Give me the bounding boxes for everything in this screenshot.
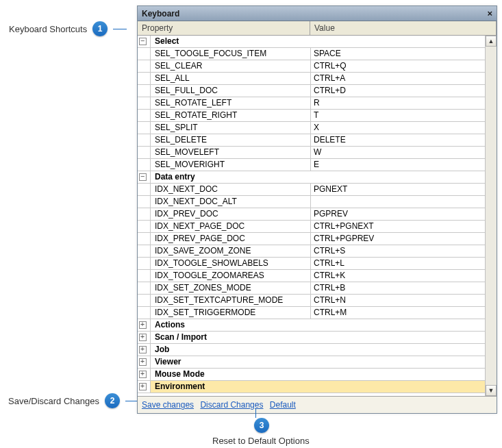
group-header[interactable]: +Mouse Mode xyxy=(138,369,485,381)
property-row[interactable]: IDX_SET_TRIGGERMODECTRL+M xyxy=(138,307,485,319)
property-name: SEL_MOVELEFT xyxy=(151,147,311,158)
vertical-scrollbar[interactable]: ▲ ▼ xyxy=(485,36,497,396)
group-header[interactable]: −Select xyxy=(138,36,485,48)
property-name: SEL_CLEAR xyxy=(151,60,311,72)
group-label: Job xyxy=(151,344,485,356)
property-value[interactable]: CTRL+K xyxy=(311,270,485,282)
property-value[interactable]: CTRL+PGNEXT xyxy=(311,221,485,232)
property-row[interactable]: SEL_ROTATE_RIGHTT xyxy=(138,110,485,122)
property-row[interactable]: IDX_NEXT_PAGE_DOCCTRL+PGNEXT xyxy=(138,221,485,233)
property-row[interactable]: IDX_PREV_PAGE_DOCCTRL+PGPREV xyxy=(138,233,485,245)
property-name: SEL_ROTATE_LEFT xyxy=(151,97,311,109)
expand-icon[interactable]: + xyxy=(138,356,151,368)
property-row[interactable]: SEL_SPLITX xyxy=(138,122,485,134)
group-header[interactable]: +Viewer xyxy=(138,356,485,369)
property-value[interactable]: SPACE xyxy=(311,48,485,60)
group-header[interactable]: +Actions xyxy=(138,319,485,332)
property-value[interactable]: X xyxy=(311,122,485,134)
scroll-down-icon[interactable]: ▼ xyxy=(486,385,497,396)
property-value[interactable]: CTRL+A xyxy=(311,73,485,84)
group-header[interactable]: +Job xyxy=(138,344,485,356)
property-name: IDX_SET_ZONES_MODE xyxy=(151,282,311,294)
property-name: SEL_MOVERIGHT xyxy=(151,159,311,171)
group-label: Mouse Mode xyxy=(151,369,485,380)
expand-icon[interactable]: + xyxy=(138,332,151,343)
group-label: Scan / Import xyxy=(151,332,485,343)
group-label: Data entry xyxy=(151,171,485,183)
property-row[interactable]: IDX_SET_ZONES_MODECTRL+B xyxy=(138,282,485,295)
close-icon[interactable]: × xyxy=(487,8,492,18)
property-row[interactable]: SEL_MOVELEFTW xyxy=(138,147,485,159)
property-value[interactable] xyxy=(311,196,485,208)
property-row[interactable]: IDX_SET_TEXTCAPTURE_MODECTRL+N xyxy=(138,295,485,307)
footer-bar: Save changes Discard Changes Default xyxy=(138,396,497,413)
property-value[interactable]: CTRL+N xyxy=(311,295,485,306)
property-value[interactable]: CTRL+Q xyxy=(311,60,485,72)
property-row[interactable]: SEL_MOVERIGHTE xyxy=(138,159,485,171)
property-row[interactable]: SEL_DELETEDELETE xyxy=(138,134,485,147)
expand-icon[interactable]: + xyxy=(138,344,151,356)
property-row[interactable]: IDX_TOOGLE_SHOWLABELSCTRL+L xyxy=(138,258,485,270)
expand-icon[interactable]: + xyxy=(138,381,151,393)
property-name: IDX_PREV_PAGE_DOC xyxy=(151,233,311,245)
property-name: SEL_DELETE xyxy=(151,134,311,146)
save-changes-link[interactable]: Save changes xyxy=(142,400,194,410)
property-name: IDX_TOOGLE_ZOOMAREAS xyxy=(151,270,311,282)
annotation-1-text: Keyboard Shortcuts xyxy=(9,24,87,34)
group-header[interactable]: +Environment xyxy=(138,381,485,393)
property-row[interactable]: SEL_CLEARCTRL+Q xyxy=(138,60,485,73)
annotation-3-text: Reset to Default Options xyxy=(212,436,310,446)
property-value[interactable]: CTRL+S xyxy=(311,245,485,257)
group-label: Viewer xyxy=(151,356,485,368)
property-value[interactable]: R xyxy=(311,97,485,109)
property-value[interactable]: DELETE xyxy=(311,134,485,146)
collapse-icon[interactable]: − xyxy=(138,36,151,47)
property-value[interactable]: E xyxy=(311,159,485,171)
property-name: IDX_NEXT_DOC_ALT xyxy=(151,196,311,208)
group-header[interactable]: −Data entry xyxy=(138,171,485,184)
property-row[interactable]: IDX_SAVE_ZOOM_ZONECTRL+S xyxy=(138,245,485,258)
property-name: IDX_NEXT_DOC xyxy=(151,184,311,195)
property-value[interactable]: CTRL+M xyxy=(311,307,485,319)
property-row[interactable]: SEL_ALLCTRL+A xyxy=(138,73,485,85)
property-name: IDX_TOOGLE_SHOWLABELS xyxy=(151,258,311,269)
group-header[interactable]: +Scan / Import xyxy=(138,332,485,344)
annotation-2-text: Save/Discard Changes xyxy=(8,396,99,406)
property-value[interactable]: CTRL+B xyxy=(311,282,485,294)
property-value[interactable]: W xyxy=(311,147,485,158)
callout-2: 2 xyxy=(105,393,120,408)
property-row[interactable]: IDX_NEXT_DOCPGNEXT xyxy=(138,184,485,196)
property-row[interactable]: SEL_ROTATE_LEFTR xyxy=(138,97,485,110)
column-headers: Property Value xyxy=(138,21,497,36)
expand-icon[interactable]: + xyxy=(138,319,151,331)
property-value[interactable]: T xyxy=(311,110,485,121)
header-property[interactable]: Property xyxy=(138,21,310,35)
property-value[interactable]: CTRL+PGPREV xyxy=(311,233,485,245)
property-name: IDX_SAVE_ZOOM_ZONE xyxy=(151,245,311,257)
property-row[interactable]: SEL_FULL_DOCCTRL+D xyxy=(138,85,485,97)
property-name: SEL_TOOGLE_FOCUS_ITEM xyxy=(151,48,311,60)
property-value[interactable]: CTRL+D xyxy=(311,85,485,97)
group-label: Select xyxy=(151,36,485,47)
group-label: Actions xyxy=(151,319,485,331)
property-grid[interactable]: −SelectSEL_TOOGLE_FOCUS_ITEMSPACESEL_CLE… xyxy=(138,36,485,396)
property-row[interactable]: IDX_TOOGLE_ZOOMAREASCTRL+K xyxy=(138,270,485,282)
property-value[interactable]: PGNEXT xyxy=(311,184,485,195)
property-row[interactable]: IDX_PREV_DOCPGPREV xyxy=(138,208,485,221)
default-link[interactable]: Default xyxy=(270,400,296,410)
property-name: SEL_FULL_DOC xyxy=(151,85,311,97)
group-label: Environment xyxy=(151,381,485,393)
callout-3: 3 xyxy=(254,418,269,433)
property-name: IDX_SET_TEXTCAPTURE_MODE xyxy=(151,295,311,306)
property-value[interactable]: PGPREV xyxy=(311,208,485,220)
discard-changes-link[interactable]: Discard Changes xyxy=(200,400,263,410)
window-title: Keyboard xyxy=(142,9,179,18)
expand-icon[interactable]: + xyxy=(138,369,151,380)
header-value[interactable]: Value xyxy=(310,21,497,35)
property-row[interactable]: IDX_NEXT_DOC_ALT xyxy=(138,196,485,208)
scroll-up-icon[interactable]: ▲ xyxy=(486,36,497,47)
collapse-icon[interactable]: − xyxy=(138,171,151,183)
titlebar: Keyboard × xyxy=(138,6,497,21)
property-row[interactable]: SEL_TOOGLE_FOCUS_ITEMSPACE xyxy=(138,48,485,60)
property-value[interactable]: CTRL+L xyxy=(311,258,485,269)
